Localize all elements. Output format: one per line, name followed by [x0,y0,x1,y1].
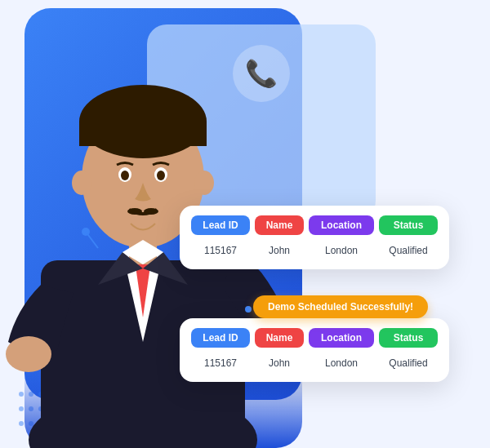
cell-location-bottom: London [309,354,374,372]
table-row-bottom: 115167 John London Qualified [191,354,438,372]
table-header-bottom: Lead ID Name Location Status [191,328,438,348]
data-card-bottom: Lead ID Name Location Status 115167 John… [180,318,449,382]
table-header-top: Lead ID Name Location Status [191,215,438,235]
notification-pill: Demo Scheduled Successfully! [253,295,428,318]
col-header-status-top: Status [379,215,438,235]
col-header-name-bottom: Name [255,328,304,348]
svg-point-10 [157,171,165,180]
svg-line-21 [86,232,98,248]
svg-point-12 [144,208,158,215]
col-header-location-bottom: Location [309,328,374,348]
data-card-top: Lead ID Name Location Status 115167 John… [180,206,449,269]
cell-name-top: John [255,242,304,259]
cell-location-top: London [309,242,374,259]
svg-point-11 [127,208,142,215]
col-header-status-bottom: Status [379,328,438,348]
svg-rect-6 [79,122,207,146]
cell-leadid-top: 115167 [191,242,250,259]
cell-leadid-bottom: 115167 [191,354,250,372]
cell-status-bottom: Qualified [379,354,438,372]
svg-point-9 [121,171,129,180]
svg-point-14 [72,171,91,195]
svg-point-15 [194,171,214,195]
col-header-leadid-bottom: Lead ID [191,328,250,348]
cell-status-top: Qualified [379,242,438,259]
col-header-leadid-top: Lead ID [191,215,250,235]
cell-name-bottom: John [255,354,304,372]
col-header-name-top: Name [255,215,304,235]
col-header-location-top: Location [309,215,374,235]
svg-point-16 [6,336,51,372]
main-scene: 📞 [0,0,490,448]
table-row-top: 115167 John London Qualified [191,242,438,259]
connector-dot [245,306,252,313]
